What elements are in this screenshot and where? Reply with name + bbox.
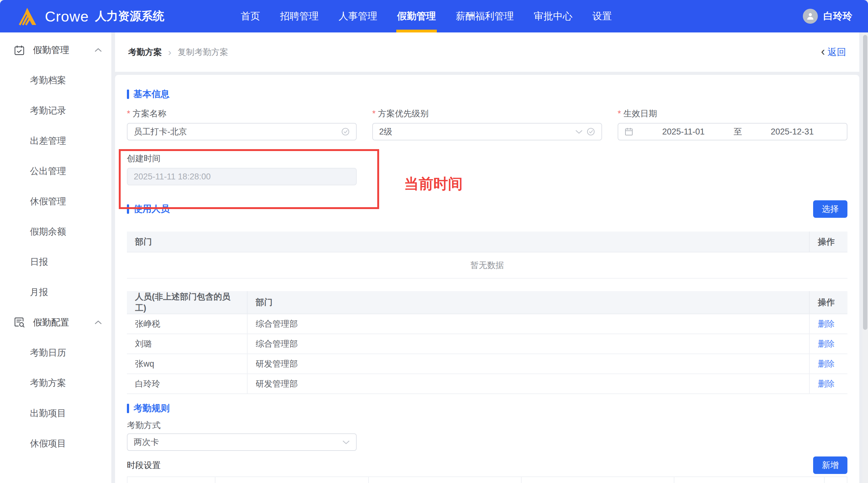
user-menu[interactable]: 白玲玲 — [803, 9, 868, 24]
action-column-header: 操作 — [809, 291, 847, 314]
breadcrumb: 考勤方案 › 复制考勤方案 ‹ 返回 — [115, 32, 859, 72]
created-time-label: 创建时间 — [127, 153, 357, 164]
sidebar-item-daily-report[interactable]: 日报 — [0, 247, 111, 277]
scrollbar-track[interactable] — [862, 32, 868, 483]
effective-date-label: 生效日期 — [618, 109, 847, 119]
table-row: 白玲玲 研发管理部 删除 — [127, 374, 847, 394]
effective-date-range-picker[interactable]: 2025-11-01 至 2025-12-31 — [618, 123, 847, 140]
col-action: 操作 — [824, 477, 847, 483]
person-dept: 研发管理部 — [247, 374, 809, 394]
section-title-text: 考勤规则 — [133, 402, 169, 415]
sidebar-group-attendance-config[interactable]: 假勤配置 — [0, 307, 111, 338]
main-nav: 首页 招聘管理 人事管理 假勤管理 薪酬福利管理 审批中心 设置 — [231, 0, 622, 32]
period-settings-row: 时段设置 新增 — [127, 456, 847, 474]
field-created-time: 创建时间 2025-11-11 18:28:00 当前时间 — [127, 153, 357, 185]
section-bar — [127, 404, 129, 413]
nav-payroll[interactable]: 薪酬福利管理 — [446, 0, 524, 32]
sidebar-item-attendance-plan[interactable]: 考勤方案 — [0, 368, 111, 398]
field-effective-date: 生效日期 2025-11-01 至 2025-12-31 — [618, 109, 847, 140]
nav-attendance[interactable]: 假勤管理 — [387, 0, 446, 32]
breadcrumb-current: 复制考勤方案 — [178, 47, 228, 58]
sidebar-item-leave-balance[interactable]: 假期余额 — [0, 217, 111, 247]
sidebar-group-label: 假勤管理 — [33, 44, 69, 56]
sidebar-item-attendance-project[interactable]: 出勤项目 — [0, 398, 111, 428]
sidebar-item-attendance-calendar[interactable]: 考勤日历 — [0, 338, 111, 368]
nav-home[interactable]: 首页 — [231, 0, 270, 32]
attendance-mode-select[interactable]: 两次卡 — [127, 433, 357, 451]
section-title-text: 基本信息 — [133, 88, 169, 101]
section-basic-info: 基本信息 — [127, 89, 847, 99]
section-users-row: 使用人员 选择 — [127, 200, 847, 218]
sidebar-item-monthly-report[interactable]: 月报 — [0, 277, 111, 307]
priority-label: 方案优先级别 — [372, 109, 602, 119]
action-column-header: 操作 — [809, 231, 847, 252]
chevron-up-icon — [94, 48, 102, 52]
top-header: Crowe 人力资源系统 首页 招聘管理 人事管理 假勤管理 薪酬福利管理 审批… — [0, 0, 868, 32]
plan-name-label: 方案名称 — [127, 109, 357, 119]
sidebar-item-business-trip[interactable]: 出差管理 — [0, 126, 111, 156]
nav-hr[interactable]: 人事管理 — [329, 0, 387, 32]
nav-approval[interactable]: 审批中心 — [524, 0, 582, 32]
priority-value: 2级 — [379, 126, 392, 137]
basic-form-row: 方案名称 员工打卡-北京 方案优先级别 — [127, 109, 847, 140]
section-bar — [127, 89, 129, 99]
attendance-mode-value: 两次卡 — [134, 436, 159, 448]
table-empty-row: 暂无数据 — [127, 252, 847, 278]
chevron-down-icon — [575, 130, 583, 134]
plan-name-value: 员工打卡-北京 — [134, 126, 187, 137]
sidebar-group-attendance-mgmt[interactable]: 假勤管理 — [0, 35, 111, 65]
scrollbar-thumb[interactable] — [863, 35, 867, 330]
app-window: Crowe 人力资源系统 首页 招聘管理 人事管理 假勤管理 薪酬福利管理 审批… — [0, 0, 868, 483]
select-users-button[interactable]: 选择 — [813, 200, 847, 218]
delete-link[interactable]: 删除 — [818, 359, 835, 369]
back-button[interactable]: ‹ 返回 — [821, 46, 846, 59]
priority-select[interactable]: 2级 — [372, 123, 602, 140]
sidebar: 假勤管理 考勤档案 考勤记录 出差管理 公出管理 休假管理 假期余额 日报 月报 — [0, 32, 111, 483]
person-column-header: 人员(非上述部门包含的员工) — [127, 291, 247, 314]
sidebar-group-label: 假勤配置 — [33, 316, 69, 329]
nav-settings[interactable]: 设置 — [582, 0, 622, 32]
circle-check-icon — [586, 127, 595, 136]
delete-link[interactable]: 删除 — [818, 319, 835, 329]
chevron-down-icon — [342, 440, 350, 445]
delete-link[interactable]: 删除 — [818, 379, 835, 389]
person-name: 白玲玲 — [127, 374, 247, 394]
col-duration: 时长(分钟) — [674, 477, 824, 483]
table-row: 刘璐 综合管理部 删除 — [127, 334, 847, 354]
calendar-check-icon — [14, 45, 25, 56]
person-table: 人员(非上述部门包含的员工) 部门 操作 张峥税 综合管理部 删除 — [127, 291, 847, 394]
delete-link[interactable]: 删除 — [818, 339, 835, 348]
sidebar-item-leave-mgmt[interactable]: 休假管理 — [0, 186, 111, 217]
field-priority: 方案优先级别 2级 — [372, 109, 602, 140]
person-dept: 研发管理部 — [247, 354, 809, 374]
section-title-text: 使用人员 — [133, 203, 169, 215]
section-users: 使用人员 — [127, 204, 169, 214]
brand: Crowe 人力资源系统 — [0, 7, 193, 26]
sidebar-item-leave-project[interactable]: 休假项目 — [0, 428, 111, 459]
brand-name: Crowe — [45, 8, 89, 25]
nav-recruit[interactable]: 招聘管理 — [270, 0, 329, 32]
add-period-button[interactable]: 新增 — [813, 456, 847, 474]
breadcrumb-separator-icon: › — [168, 47, 172, 58]
department-table: 部门 操作 暂无数据 — [127, 231, 847, 279]
person-name: 刘璐 — [127, 334, 247, 354]
app-title: 人力资源系统 — [95, 8, 164, 24]
breadcrumb-root[interactable]: 考勤方案 — [128, 47, 162, 58]
section-bar — [127, 204, 129, 214]
person-name: 张wq — [127, 354, 247, 374]
period-settings-label: 时段设置 — [127, 460, 161, 471]
sidebar-item-attendance-records[interactable]: 考勤记录 — [0, 95, 111, 126]
effective-end-date[interactable]: 2025-12-31 — [744, 127, 841, 137]
section-rules: 考勤规则 — [127, 403, 847, 414]
main-area: 考勤方案 › 复制考勤方案 ‹ 返回 基本信息 — [115, 32, 868, 483]
chevron-left-icon: ‹ — [821, 46, 825, 57]
person-dept: 综合管理部 — [247, 314, 809, 334]
effective-start-date[interactable]: 2025-11-01 — [635, 127, 732, 137]
user-icon — [806, 11, 815, 21]
created-time-input: 2025-11-11 18:28:00 — [127, 168, 357, 185]
circle-check-icon — [341, 127, 350, 136]
date-range-separator: 至 — [732, 126, 744, 137]
sidebar-item-outing[interactable]: 公出管理 — [0, 156, 111, 186]
plan-name-input[interactable]: 员工打卡-北京 — [127, 123, 357, 140]
sidebar-item-attendance-files[interactable]: 考勤档案 — [0, 65, 111, 95]
